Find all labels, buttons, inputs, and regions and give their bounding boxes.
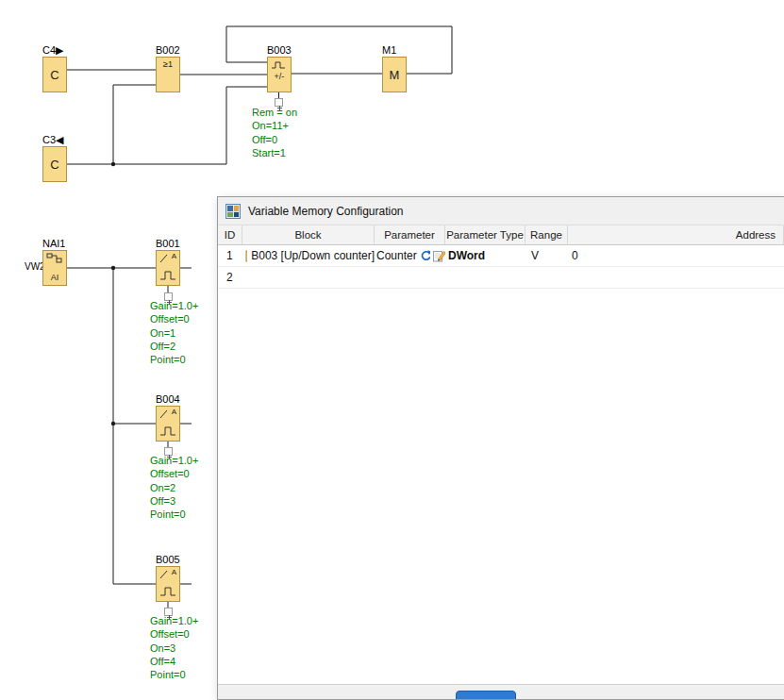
block-nai1-analog-input[interactable]: NAI1 AI [42,238,67,286]
or-gate-block: ≥1 [156,57,180,92]
column-header-block: Block [242,225,375,244]
column-header-range: Range [525,225,568,244]
dialog-footer [218,684,784,699]
cell-block[interactable]: B003 [Up/Down counter] [242,249,375,262]
cursor-key-block: C [42,146,67,182]
cell-block-text: B003 [Up/Down counter] [251,249,375,262]
b003-parameters: Rem = on On=11+ Off=0 Start=1 [252,106,297,159]
cell-range[interactable]: V [525,249,568,262]
cursor-key-block: C [42,57,67,92]
cell-id[interactable]: 2 [218,271,242,284]
block-label: C3◀ [42,134,67,146]
cell-address[interactable]: 0 [568,249,784,262]
cell-parameter[interactable]: Counter [375,249,445,262]
counter-block: +/- [267,57,292,92]
block-b005-analog-threshold[interactable]: B005 A [156,554,180,602]
column-header-parameter-type: Parameter Type [445,225,525,244]
counter-block-icon [245,250,247,262]
cell-parameter-type[interactable]: DWord [445,249,525,262]
analog-threshold-block: A [156,566,180,602]
dialog-app-icon [225,204,241,219]
block-b003-updown-counter[interactable]: B003 +/- [267,44,292,92]
b005-parameters: Gain=1.0+ Offset=0 On=3 Off=4 Point=0 [150,614,198,681]
analog-threshold-block: A [156,406,180,442]
ok-button[interactable] [456,691,516,700]
counter-plusminus-symbol: +/- [268,72,291,81]
cell-id[interactable]: 1 [218,249,242,262]
analog-threshold-block: A [156,250,180,286]
b001-parameters: Gain=1.0+ Offset=0 On=1 Off=2 Point=0 [150,299,198,366]
block-c3-cursor-key[interactable]: C3◀ C [42,134,67,182]
table-row[interactable]: 2 [218,267,784,289]
b004-parameters: Gain=1.0+ Offset=0 On=2 Off=3 Point=0 [150,454,198,521]
edit-parameter-icon[interactable] [433,250,445,262]
network-analog-input-icon [43,251,66,265]
dialog-title: Variable Memory Configuration [248,205,404,218]
table-row[interactable]: 1 B003 [Up/Down counter] Counter [218,245,784,267]
block-label: B002 [156,44,180,57]
column-header-id: ID [218,225,242,244]
block-label: B005 [156,554,180,566]
table-header-row: ID Block Parameter Parameter Type Range … [218,225,784,245]
dialog-titlebar[interactable]: Variable Memory Configuration [218,197,784,225]
block-label: M1 [382,44,407,57]
flag-block: M [382,57,407,92]
block-label: B003 [267,44,292,57]
block-label: C4▶ [42,44,67,57]
block-label: B004 [156,393,180,406]
block-b001-analog-threshold[interactable]: B001 A [156,238,180,286]
analog-input-block: AI [42,250,67,286]
variable-memory-configuration-dialog: Variable Memory Configuration ID Block P… [217,196,784,700]
pulse-wave-icon [268,58,291,71]
block-c4-cursor-key[interactable]: C4▶ C [42,44,67,92]
cell-parameter-text: Counter [376,249,417,262]
block-label: NAI1 [42,238,67,250]
block-b002-or[interactable]: B002 ≥1 [156,44,180,92]
block-b004-analog-threshold[interactable]: B004 A [156,393,180,442]
refresh-parameter-icon[interactable] [420,250,431,262]
or-gate-symbol: ≥1 [157,59,179,69]
block-label: B001 [156,238,180,250]
column-header-address: Address [568,225,784,244]
block-m1-flag[interactable]: M1 M [382,44,407,92]
column-header-parameter: Parameter [375,225,445,244]
fbd-editor-canvas: C4▶ C B002 ≥1 B003 +/- M1 M C3◀ C [0,0,784,700]
